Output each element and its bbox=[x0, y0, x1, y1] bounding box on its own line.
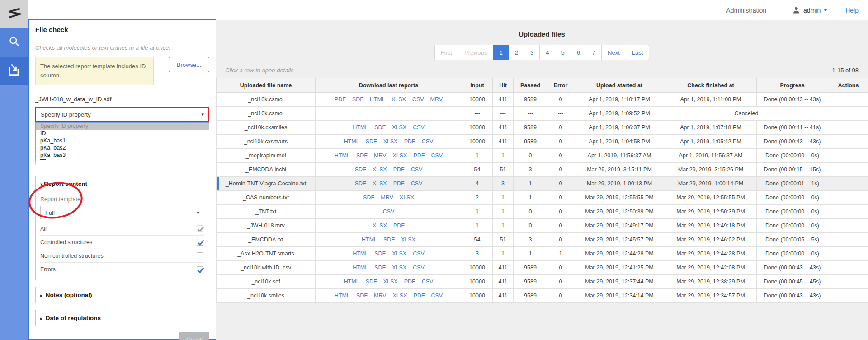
report-link-pdf[interactable]: PDF bbox=[393, 222, 405, 229]
report-link-csv[interactable]: CSV bbox=[413, 124, 425, 131]
report-link-xlsx[interactable]: XLSX bbox=[401, 236, 415, 243]
table-row[interactable]: _TNT.txtCSV1100Mar 29, 2019, 12:50:39 PM… bbox=[217, 205, 868, 219]
pagination-page-2[interactable]: 2 bbox=[509, 45, 524, 60]
report-link-xlsx[interactable]: XLSX bbox=[373, 222, 387, 229]
report-link-html[interactable]: HTML bbox=[353, 250, 368, 257]
report-link-csv[interactable]: CSV bbox=[383, 208, 395, 215]
help-link[interactable]: Help bbox=[845, 7, 859, 14]
app-logo[interactable] bbox=[0, 0, 28, 28]
report-link-sdf[interactable]: SDF bbox=[374, 124, 386, 131]
browse-button[interactable]: Browse... bbox=[169, 57, 209, 72]
table-row[interactable]: _EMCDDA.txtHTMLSDFXLSX545130Mar 29, 2019… bbox=[217, 233, 868, 247]
pagination-page-6[interactable]: 6 bbox=[571, 45, 586, 60]
report-link-csv[interactable]: CSV bbox=[411, 166, 423, 173]
report-link-csv[interactable]: CSV bbox=[412, 96, 424, 103]
table-row[interactable]: _Heroin-TNT-Viagra-Cocaine.txtSDFXLSXPDF… bbox=[217, 177, 868, 191]
report-link-xlsx[interactable]: XLSX bbox=[383, 138, 398, 145]
report-link-xlsx[interactable]: XLSX bbox=[400, 194, 414, 201]
report-link-pdf[interactable]: PDF bbox=[404, 138, 415, 145]
report-link-xlsx[interactable]: XLSX bbox=[392, 96, 406, 103]
report-link-pdf[interactable]: PDF bbox=[413, 152, 425, 159]
report-link-pdf[interactable]: PDF bbox=[335, 96, 346, 103]
table-row[interactable]: _JWH-018.mrvXLSXPDF1100Mar 29, 2019, 12:… bbox=[217, 219, 868, 233]
table-row[interactable]: _EMCDDA.inchiSDFXLSXPDFCSV545130Mar 29, … bbox=[217, 163, 868, 177]
table-row[interactable]: _nci10k.sdfHTMLSDFXLSXPDFCSV100004119589… bbox=[217, 275, 868, 289]
table-row[interactable]: _Asx-H2O-TNT.smartsHTMLSDFXLSXCSV3111Mar… bbox=[217, 247, 868, 261]
report-link-mrv[interactable]: MRV bbox=[374, 152, 387, 159]
report-link-sdf[interactable]: SDF bbox=[383, 236, 395, 243]
table-row[interactable]: _CAS-numbers.txtSDFMRVXLSX2110Mar 29, 20… bbox=[217, 191, 868, 205]
report-link-csv[interactable]: CSV bbox=[413, 250, 425, 257]
pagination-page-7[interactable]: 7 bbox=[586, 45, 602, 60]
regulations-section[interactable]: ▸ Date of regulations bbox=[35, 310, 209, 326]
table-row[interactable]: _nci10k.csmol------------Apr 1, 2019, 1:… bbox=[217, 107, 868, 121]
report-link-sdf[interactable]: SDF bbox=[352, 96, 363, 103]
report-link-csv[interactable]: CSV bbox=[422, 138, 434, 145]
pagination-page-3[interactable]: 3 bbox=[524, 45, 540, 60]
report-link-mrv[interactable]: MRV bbox=[374, 293, 387, 299]
select-option[interactable]: Specify ID property bbox=[36, 123, 209, 130]
table-row[interactable]: _nci10k.cxsmilesHTMLSDFXLSXCSV1000041195… bbox=[217, 121, 868, 135]
report-link-xlsx[interactable]: XLSX bbox=[392, 264, 406, 271]
select-option[interactable]: pKa_bas1 bbox=[36, 137, 209, 144]
table-row[interactable]: _nci10k.csmolPDFSDFHTMLXLSXCSVMRV1000041… bbox=[217, 93, 868, 107]
report-link-mrv[interactable]: MRV bbox=[381, 194, 393, 201]
pagination-last[interactable]: Last bbox=[626, 45, 650, 60]
report-link-sdf[interactable]: SDF bbox=[355, 180, 366, 187]
report-link-csv[interactable]: CSV bbox=[431, 152, 443, 159]
pagination-page-5[interactable]: 5 bbox=[555, 45, 571, 60]
report-link-xlsx[interactable]: XLSX bbox=[373, 180, 387, 187]
select-option[interactable]: pKa_bas3 bbox=[36, 151, 209, 159]
notes-section[interactable]: ▸ Notes (optional) bbox=[35, 287, 209, 303]
report-link-pdf[interactable]: PDF bbox=[393, 180, 405, 187]
report-link-xlsx[interactable]: XLSX bbox=[392, 293, 407, 299]
report-link-html[interactable]: HTML bbox=[335, 152, 350, 159]
select-option[interactable]: ID bbox=[36, 130, 209, 137]
report-link-sdf[interactable]: SDF bbox=[356, 152, 368, 159]
checkbox[interactable] bbox=[197, 239, 203, 246]
report-link-sdf[interactable]: SDF bbox=[374, 250, 386, 257]
report-link-xlsx[interactable]: XLSX bbox=[383, 279, 398, 285]
checkbox[interactable] bbox=[197, 266, 203, 273]
report-link-sdf[interactable]: SDF bbox=[355, 166, 366, 173]
sidebar-item-file-check[interactable] bbox=[0, 57, 28, 85]
report-link-xlsx[interactable]: XLSX bbox=[392, 250, 406, 257]
select-option[interactable]: pKa_bas2 bbox=[36, 144, 209, 151]
report-link-pdf[interactable]: PDF bbox=[413, 293, 425, 299]
report-template-select[interactable]: Full ▾ bbox=[40, 206, 204, 219]
id-property-select[interactable]: Specify ID property ▾ bbox=[35, 107, 209, 122]
report-link-csv[interactable]: CSV bbox=[411, 180, 423, 187]
report-link-html[interactable]: HTML bbox=[362, 236, 377, 243]
user-menu[interactable]: admin bbox=[793, 6, 827, 14]
checkbox[interactable] bbox=[197, 252, 203, 259]
table-row[interactable]: _nci10k.smilesHTMLSDFMRVXLSXPDFCSV100004… bbox=[217, 289, 868, 303]
pagination-page-1[interactable]: 1 bbox=[493, 45, 509, 60]
table-row[interactable]: _nci10k.cxsmartsHTMLSDFXLSXPDFCSV1000041… bbox=[217, 135, 868, 149]
report-link-csv[interactable]: CSV bbox=[431, 293, 443, 299]
report-link-xlsx[interactable]: XLSX bbox=[392, 152, 407, 159]
report-link-xlsx[interactable]: XLSX bbox=[392, 124, 406, 131]
report-link-sdf[interactable]: SDF bbox=[366, 138, 377, 145]
report-link-sdf[interactable]: SDF bbox=[374, 264, 386, 271]
sidebar-item-search[interactable] bbox=[0, 28, 28, 57]
report-link-html[interactable]: HTML bbox=[353, 264, 368, 271]
pagination-next[interactable]: Next bbox=[601, 45, 626, 60]
pagination-page-4[interactable]: 4 bbox=[539, 45, 555, 60]
report-link-csv[interactable]: CSV bbox=[422, 279, 434, 285]
report-link-sdf[interactable]: SDF bbox=[363, 194, 374, 201]
report-link-html[interactable]: HTML bbox=[353, 124, 368, 131]
report-link-mrv[interactable]: MRV bbox=[430, 96, 443, 103]
report-link-pdf[interactable]: PDF bbox=[404, 279, 415, 285]
table-row[interactable]: _nci10k-with-ID..csvHTMLSDFXLSXCSV100004… bbox=[217, 261, 868, 275]
report-link-sdf[interactable]: SDF bbox=[366, 279, 377, 285]
administration-link[interactable]: Administration bbox=[726, 7, 766, 14]
check-button[interactable]: Check bbox=[179, 332, 209, 340]
report-content-header[interactable]: ▾Report content bbox=[36, 176, 209, 191]
report-link-pdf[interactable]: PDF bbox=[393, 166, 405, 173]
report-link-html[interactable]: HTML bbox=[344, 279, 359, 285]
table-row[interactable]: _mepirapim.molHTMLSDFMRVXLSXPDFCSV1100Ap… bbox=[217, 149, 868, 163]
report-link-xlsx[interactable]: XLSX bbox=[373, 166, 387, 173]
report-link-csv[interactable]: CSV bbox=[413, 264, 425, 271]
report-link-html[interactable]: HTML bbox=[335, 293, 350, 299]
report-link-html[interactable]: HTML bbox=[344, 138, 359, 145]
